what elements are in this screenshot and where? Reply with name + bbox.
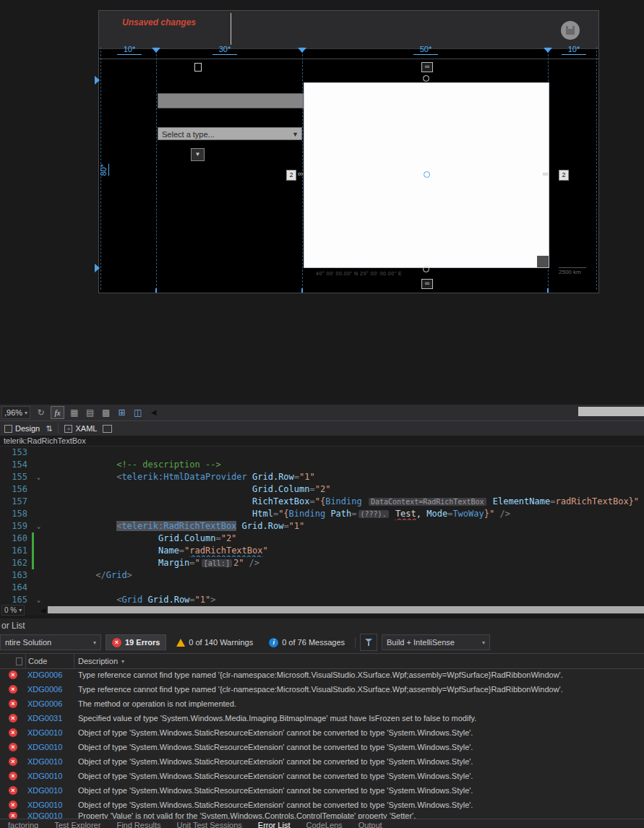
code-line[interactable]: 154 <!-- description --> (0, 459, 644, 471)
designer-horizontal-scrollbar[interactable] (578, 407, 644, 416)
error-row[interactable]: ×XDG0010Object of type 'System.Windows.S… (0, 725, 644, 740)
code-line[interactable]: 162 Margin="[all:]2" /> (0, 557, 644, 569)
description-column-header[interactable]: Description ▾ (74, 657, 644, 665)
tool-tab-test-explorer[interactable]: Test Explorer (46, 819, 108, 828)
error-code[interactable]: XDG0006 (26, 685, 75, 694)
code-line[interactable]: 156 Grid.Column="2" (0, 483, 644, 496)
fold-chevron-icon[interactable]: ⌄ (34, 520, 43, 532)
gridlines-icon[interactable]: ▤ (84, 407, 96, 418)
code-line[interactable]: 157 RichTextBox="{Binding DataContext=Ra… (0, 496, 644, 508)
error-row[interactable]: ×XDG0006The method or operation is not i… (0, 697, 644, 711)
snap-grid-icon[interactable]: ▦ (68, 407, 80, 418)
margin-left-badge[interactable]: 2 (286, 170, 296, 181)
top-anchor-icon[interactable]: ∞ (421, 62, 433, 72)
error-rows: ×XDG0006Type reference cannot find type … (0, 668, 644, 819)
provider-dropdown[interactable]: Build + IntelliSense ▾ (382, 634, 490, 650)
code-line[interactable]: 161 Name="radRichTextBox" (0, 545, 644, 557)
grid-column-marker[interactable]: 50* (413, 45, 438, 55)
right-anchor-chain-icon[interactable]: ∞ (543, 169, 549, 178)
bottom-anchor-icon[interactable]: ∞ (421, 279, 433, 289)
split-orientation-icon[interactable] (103, 425, 112, 433)
grid-column-marker[interactable]: 10* (562, 45, 586, 55)
artboard-background-icon[interactable]: ▩ (100, 407, 112, 418)
document-outline-breadcrumb[interactable]: telerik:RadRichTextBox (0, 436, 644, 447)
error-code[interactable]: XDG0010 (26, 786, 75, 795)
effects-fx-button[interactable]: fx (51, 406, 64, 419)
bottom-handle[interactable] (423, 266, 429, 272)
error-code[interactable]: XDG0010 (26, 801, 75, 809)
error-row[interactable]: ×XDG0006Type reference cannot find type … (0, 682, 644, 697)
annotations-icon[interactable]: ◫ (132, 407, 144, 418)
code-line[interactable]: 160 Grid.Column="2" (0, 532, 644, 545)
filter-button[interactable] (360, 634, 377, 651)
collapse-arrow-icon[interactable]: ◀ (147, 407, 160, 418)
code-line[interactable]: 155⌄ <telerik:HtmlDataProvider Grid.Row=… (0, 471, 644, 483)
error-row[interactable]: ×XDG0010Object of type 'System.Windows.S… (0, 783, 644, 798)
column-handle[interactable] (298, 48, 306, 53)
scroll-left-icon[interactable]: ◀ (40, 607, 46, 614)
code-line[interactable]: 153 (0, 447, 644, 459)
swap-panes-icon[interactable]: ⇅ (46, 424, 52, 434)
tool-tab-codelens[interactable]: CodeLens (298, 819, 350, 828)
grid-row-marker[interactable]: 80* (99, 164, 109, 176)
scope-dropdown[interactable]: ntire Solution ▾ (0, 634, 101, 650)
column-handle[interactable] (544, 48, 552, 53)
margin-right-badge[interactable]: 2 (559, 170, 569, 181)
error-row[interactable]: ×XDG0006Type reference cannot find type … (0, 668, 644, 682)
tab-xaml[interactable]: × XAML (64, 424, 97, 433)
tool-tab-factoring[interactable]: factoring (0, 819, 46, 828)
errors-filter-button[interactable]: × 19 Errors (106, 634, 166, 650)
error-row[interactable]: ×XDG0010Object of type 'System.Windows.S… (0, 754, 644, 769)
error-icon: × (9, 685, 17, 694)
code-column-header[interactable]: Code (26, 654, 74, 668)
tab-design[interactable]: Design (4, 424, 40, 433)
code-line[interactable]: 158 Html="{Binding Path=(???). Test, Mod… (0, 508, 644, 520)
design-textbox[interactable] (158, 93, 304, 108)
tool-tab-output[interactable]: Output (351, 819, 390, 828)
editor-zoom-dropdown[interactable]: 0 % ▾ (1, 605, 25, 616)
fold-chevron-icon[interactable]: ⌄ (34, 471, 43, 483)
save-icon[interactable] (561, 21, 580, 40)
warnings-filter-button[interactable]: 0 of 140 Warnings (171, 634, 259, 650)
grid-column-marker[interactable]: 10* (117, 45, 142, 55)
left-anchor-chain-icon[interactable]: ∞ (298, 169, 304, 178)
error-code[interactable]: XDG0006 (26, 699, 75, 708)
column-handle[interactable] (152, 48, 160, 53)
code-text: <telerik:HtmlDataProvider Grid.Row="1" (43, 471, 644, 483)
code-line[interactable]: 165⌄ <Grid Grid.Row="1"> (0, 594, 644, 604)
error-row[interactable]: ×XDG0031Specified value of type 'System.… (0, 711, 644, 725)
center-handle[interactable] (424, 171, 430, 178)
error-row[interactable]: ×XDG0010Object of type 'System.Windows.S… (0, 798, 644, 812)
code-line[interactable]: 159⌄ <telerik:RadRichTextBox Grid.Row="1… (0, 520, 644, 532)
design-combobox[interactable]: Select a type... ▼ (158, 127, 302, 140)
tool-tab-error-list[interactable]: Error List (250, 819, 299, 828)
grid-column-marker[interactable]: 30* (212, 45, 237, 55)
error-code[interactable]: XDG0010 (26, 728, 75, 737)
error-code[interactable]: XDG0006 (26, 670, 75, 679)
designer-zoom-dropdown[interactable]: ,96% ▾ (1, 406, 30, 419)
severity-column-header[interactable] (0, 654, 26, 668)
xaml-code-editor[interactable]: 153154 <!-- description -->155⌄ <telerik… (0, 447, 644, 604)
error-row[interactable]: ×XDG0010Object of type 'System.Windows.S… (0, 769, 644, 783)
design-artboard[interactable]: Unsaved changes 10* 30* 50* 10* (98, 10, 599, 293)
messages-filter-button[interactable]: i 0 of 76 Messages (263, 634, 351, 650)
top-handle[interactable] (423, 75, 429, 82)
error-code[interactable]: XDG0010 (26, 772, 75, 780)
tool-tab-unit-test-sessions[interactable]: Unit Test Sessions (169, 819, 250, 828)
snaplines-icon[interactable]: ⊞ (116, 407, 128, 418)
error-code[interactable]: XDG0010 (26, 743, 75, 751)
code-line[interactable]: 163 </Grid> (0, 569, 644, 582)
editor-horizontal-scrollbar[interactable] (48, 606, 644, 613)
tool-tab-find-results[interactable]: Find Results (108, 819, 168, 828)
error-code[interactable]: XDG0010 (26, 757, 75, 766)
error-code[interactable]: XDG0031 (26, 714, 75, 723)
resize-grip[interactable] (537, 256, 549, 267)
grid-bottom-tick (547, 288, 549, 293)
row-handle[interactable] (95, 264, 100, 272)
fold-chevron-icon[interactable]: ⌄ (34, 594, 43, 604)
design-drop-button[interactable]: ▼ (191, 148, 205, 161)
refresh-icon[interactable]: ↻ (35, 407, 47, 418)
row-handle[interactable] (95, 76, 100, 85)
error-row[interactable]: ×XDG0010Object of type 'System.Windows.S… (0, 740, 644, 754)
code-line[interactable]: 164 (0, 582, 644, 594)
